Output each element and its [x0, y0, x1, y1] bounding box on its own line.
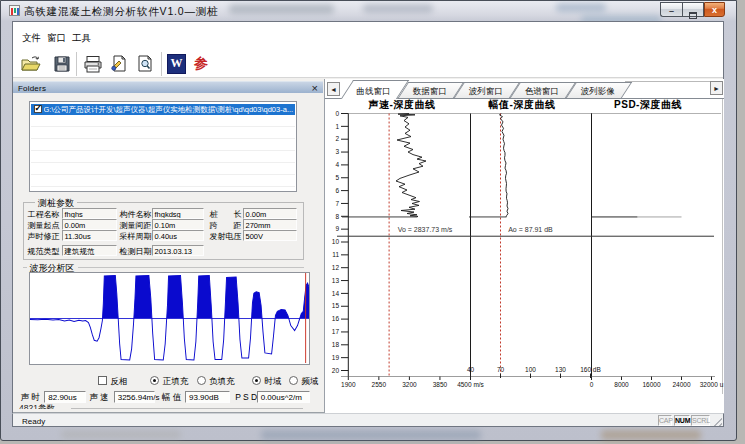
app-window: 高铁建混凝土检测分析软件V1.0—测桩 – x 文件窗口工具: [0, 0, 737, 441]
print-preview-icon[interactable]: [135, 54, 155, 74]
param-field[interactable]: 0.00m: [243, 208, 298, 219]
svg-text:2550: 2550: [372, 381, 387, 388]
param-label: 测量起点: [28, 220, 60, 231]
toolbar: W 参: [13, 46, 723, 78]
tab-scroll-left-button[interactable]: ◄: [327, 82, 340, 96]
svg-text:40: 40: [467, 366, 475, 373]
param-field[interactable]: fhghs: [62, 208, 117, 219]
svg-text:Vo = 2837.73 m/s: Vo = 2837.73 m/s: [398, 226, 453, 233]
clipped-group-label: 4821参数: [19, 403, 55, 409]
tab-scroll-right-button[interactable]: ►: [710, 81, 723, 95]
svg-text:17: 17: [332, 328, 340, 335]
folders-close-icon[interactable]: ×: [312, 82, 318, 94]
close-button[interactable]: x: [704, 2, 725, 17]
svg-text:130: 130: [555, 366, 566, 373]
param-field[interactable]: 建筑规范: [62, 245, 117, 256]
print-setup-icon[interactable]: [109, 54, 129, 74]
readout-field[interactable]: 93.90dB: [185, 391, 230, 403]
svg-text:18: 18: [332, 341, 340, 348]
fill-positive-label: 正填充: [163, 376, 189, 388]
word-export-icon[interactable]: W: [167, 54, 186, 74]
fill-negative-radio[interactable]: [197, 376, 206, 385]
tab-strip-line: [625, 81, 715, 82]
domain-freq-label: 频域: [302, 376, 319, 388]
folders-panel-title: Folders: [18, 84, 46, 93]
param-label: 工程名称: [28, 209, 60, 220]
waveform-display[interactable]: [29, 272, 310, 365]
list-row-separator: [31, 163, 295, 175]
svg-text:0: 0: [590, 381, 594, 388]
svg-text:Ao = 87.91 dB: Ao = 87.91 dB: [508, 226, 553, 233]
param-label: 发射电压: [210, 231, 242, 242]
param-field[interactable]: 270mm: [243, 219, 298, 230]
svg-text:2: 2: [335, 135, 339, 142]
maximize-button[interactable]: [682, 2, 704, 17]
title-bar[interactable]: 高铁建混凝土检测分析软件V1.0—测桩 – x: [1, 1, 738, 21]
status-indicator-cap: CAP: [658, 415, 672, 426]
status-message: Ready: [22, 417, 45, 426]
param-label: 规范类型: [28, 246, 60, 257]
open-file-icon[interactable]: [20, 54, 42, 74]
tab-1[interactable]: 曲线窗口: [341, 80, 409, 99]
toolbar-separator: [161, 52, 162, 76]
svg-text:幅值-深度曲线: 幅值-深度曲线: [488, 99, 556, 110]
save-icon[interactable]: [52, 54, 72, 74]
svg-text:9: 9: [335, 225, 339, 232]
svg-text:16000: 16000: [642, 381, 660, 388]
menu-item-1[interactable]: 文件: [22, 32, 41, 45]
status-indicator-num: NUM: [674, 415, 690, 426]
svg-text:4500 m/s: 4500 m/s: [457, 381, 484, 388]
param-field[interactable]: 11.30us: [62, 230, 117, 241]
svg-text:PSD-深度曲线: PSD-深度曲线: [614, 99, 682, 110]
menu-item-3[interactable]: 工具: [72, 32, 91, 45]
svg-text:24000: 24000: [672, 381, 690, 388]
svg-text:1: 1: [335, 123, 339, 130]
readout-field[interactable]: 82.90us: [44, 391, 86, 403]
resize-grip[interactable]: [711, 416, 722, 426]
svg-text:70: 70: [497, 366, 505, 373]
app-icon: [9, 5, 20, 16]
fill-negative-label: 负填充: [209, 376, 235, 388]
svg-text:声速-深度曲线: 声速-深度曲线: [368, 99, 436, 110]
param-field[interactable]: 0.40us: [152, 230, 205, 241]
folder-list-item[interactable]: ✓ G:\公司产品设计开发\超声仪器\超声仪实地检测数据\测桩\qd\qd03\…: [31, 104, 295, 115]
param-field[interactable]: 0.10m: [152, 219, 205, 230]
bottomframe-smudge: [261, 430, 481, 440]
waveform-chart: [30, 273, 309, 364]
folders-panel-header[interactable]: Folders ×: [13, 81, 323, 93]
readout-field[interactable]: 0.00us^2/m: [257, 391, 310, 403]
param-field[interactable]: 2013.03.13: [152, 245, 205, 256]
tab-label: 波列影像: [571, 86, 625, 98]
folder-list[interactable]: ✓ G:\公司产品设计开发\超声仪器\超声仪实地检测数据\测桩\qd\qd03\…: [29, 101, 297, 192]
bottomframe-smudge: [601, 430, 701, 440]
domain-time-label: 时域: [265, 376, 282, 388]
list-row-separator: [31, 139, 295, 151]
print-icon[interactable]: [82, 54, 104, 74]
param-label: 跨 距: [210, 220, 242, 231]
folder-item-checkbox[interactable]: ✓: [34, 105, 42, 113]
list-row-separator: [31, 127, 295, 139]
list-row-separator: [31, 151, 295, 163]
readout-label: 幅 值: [162, 392, 181, 404]
minimize-button[interactable]: –: [660, 2, 682, 17]
parameter-icon[interactable]: 参: [192, 54, 210, 74]
svg-text:20: 20: [332, 367, 340, 374]
invert-checkbox[interactable]: [98, 376, 107, 385]
param-field[interactable]: fhgkdsg: [152, 208, 205, 219]
svg-text:0: 0: [335, 110, 339, 117]
readout-field[interactable]: 3256.94m/s: [114, 391, 155, 403]
svg-text:12: 12: [332, 264, 340, 271]
svg-text:3200: 3200: [402, 381, 417, 388]
svg-text:13: 13: [332, 277, 340, 284]
svg-text:5: 5: [335, 174, 339, 181]
status-indicator-scrl: SCRL: [691, 415, 710, 426]
menu-item-2[interactable]: 窗口: [47, 32, 66, 45]
param-field[interactable]: 500V: [243, 230, 298, 241]
param-field[interactable]: 0.00m: [62, 219, 117, 230]
svg-text:32000 u: 32000 u: [700, 381, 724, 388]
tab-5[interactable]: 波列影像: [566, 82, 632, 98]
svg-text:6: 6: [335, 187, 339, 194]
param-label: 声时修正: [28, 231, 60, 242]
svg-text:3850: 3850: [433, 381, 448, 388]
tab-label: 数据窗口: [403, 86, 457, 98]
